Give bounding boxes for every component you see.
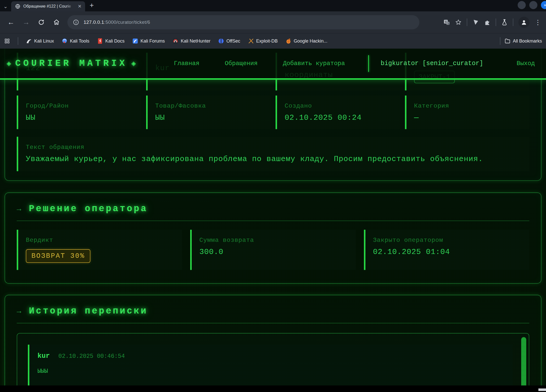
category-card: Категория — — [405, 95, 529, 129]
folder-icon — [504, 38, 511, 44]
reload-button[interactable] — [35, 16, 48, 29]
tab-title: Обращение #122 | Courie — [23, 4, 71, 8]
message-text: ЫЫЫ — [37, 368, 504, 375]
back-button[interactable]: ← — [5, 16, 17, 29]
decision-cards: Вердикт ВОЗВРАТ 30% Сумма возврата 300.0… — [17, 230, 529, 270]
history-header: → История переписки — [17, 306, 529, 316]
kali-forums-icon — [132, 38, 138, 44]
bookmark-kali-docs[interactable]: Kali Docs — [97, 38, 125, 44]
ticket-text-block: Текст обращения Уважаемый курьер, у нас … — [17, 137, 529, 171]
nav-link-add-curator[interactable]: Добавить куратора — [283, 60, 345, 67]
closed-card: Закрыто оператором 02.10.2025 01:04 — [364, 230, 529, 270]
bookmark-label: Exploit-DB — [256, 38, 278, 44]
card-label: Категория — [414, 103, 522, 109]
bookmark-exploit-db[interactable]: Exploit-DB — [248, 38, 278, 44]
translate-icon[interactable]: G文 — [443, 19, 450, 26]
decision-header: → Решение оператора — [17, 204, 529, 214]
home-button[interactable] — [50, 16, 63, 29]
window-minimize-button[interactable] — [518, 1, 526, 9]
nav-links: Главная Обращения Добавить куратора — [174, 60, 345, 67]
url-text: 127.0.0.1:5000/curator/ticket/6 — [84, 19, 150, 25]
card-label: Создано — [285, 103, 392, 109]
card-label: Вердикт — [26, 237, 174, 244]
ticket-text-value: Уважаемый курьер, у нас зафиксирована пр… — [26, 155, 522, 163]
decision-panel: → Решение оператора Вердикт ВОЗВРАТ 30% … — [5, 192, 541, 284]
window-maximize-button[interactable] — [529, 1, 537, 9]
browser-tab[interactable]: Обращение #122 | Courie ✕ — [11, 1, 85, 11]
bookmark-offsec[interactable]: OffSec — [218, 38, 240, 44]
site-info-icon[interactable] — [71, 17, 81, 27]
bookmark-label: Kali Docs — [105, 38, 125, 44]
card-value: 02.10.2025 00:24 — [285, 113, 392, 122]
product-card: Товар/Фасовка ЫЫ — [146, 95, 270, 129]
site-navbar: ◈ COURIER MATRIX ◈ Главная Обращения Доб… — [0, 49, 546, 80]
card-value: ЫЫ — [26, 113, 133, 122]
all-bookmarks-label: All Bookmarks — [513, 38, 542, 44]
site-brand[interactable]: ◈ COURIER MATRIX ◈ — [7, 58, 136, 69]
kali-nethunter-icon — [172, 38, 179, 44]
bookmark-kali-linux[interactable]: Kali Linux — [26, 38, 54, 44]
nav-link-home[interactable]: Главная — [174, 60, 200, 67]
bookmarks-divider — [500, 37, 500, 45]
url-path: :5000/curator/ticket/6 — [104, 19, 150, 25]
page-content: 122 kur Тема координаты Статус ЗАКРЫТ-1 — [0, 49, 546, 385]
card-value: 02.10.2025 01:04 — [373, 248, 522, 256]
arrow-icon: → — [17, 205, 21, 213]
diamond-icon: ◈ — [131, 59, 136, 68]
notification-bubble-icon[interactable]: » — [541, 1, 546, 9]
diamond-icon: ◈ — [7, 59, 11, 68]
all-bookmarks-button[interactable]: All Bookmarks — [504, 38, 542, 44]
card-label: Сумма возврата — [199, 237, 348, 244]
address-bar[interactable]: 127.0.0.1:5000/curator/ticket/6 — [67, 15, 419, 29]
bookmark-star-icon[interactable] — [455, 19, 462, 26]
bookmark-label: Kali Forums — [141, 38, 165, 44]
nav-user-label: bigkurator [senior_curator] — [381, 60, 483, 67]
corner-resize-chip — [538, 388, 546, 391]
kali-tools-icon — [62, 38, 68, 44]
bookmark-kali-forums[interactable]: Kali Forums — [132, 38, 165, 44]
offsec-icon — [218, 38, 224, 44]
forward-button[interactable]: → — [20, 16, 32, 29]
nav-link-tickets[interactable]: Обращения — [225, 60, 258, 67]
message-timestamp: 02.10.2025 00:46:54 — [58, 353, 125, 360]
profile-avatar[interactable] — [518, 17, 530, 28]
decision-title: Решение оператора — [29, 204, 148, 214]
bookmarks-bar: Kali Linux Kali Tools Kali Docs Kali For… — [0, 33, 546, 49]
bookmark-google-hacking[interactable]: Google Hackin... — [285, 38, 327, 44]
privacy-badger-icon[interactable] — [472, 19, 479, 26]
refund-card: Сумма возврата 300.0 — [190, 230, 356, 270]
bookmark-label: Google Hackin... — [294, 38, 327, 44]
verdict-badge: ВОЗВРАТ 30% — [26, 249, 90, 263]
browser-window: ⌄ Обращение #122 | Courie ✕ + » ← → — [0, 0, 546, 392]
kali-linux-icon — [26, 38, 32, 44]
flask-icon[interactable] — [501, 19, 508, 26]
nav-link-logout[interactable]: Выход — [517, 60, 535, 67]
ticket-info-row: Город/Район ЫЫ Товар/Фасовка ЫЫ Создано … — [17, 95, 529, 129]
bottom-black-strip — [0, 385, 546, 392]
verdict-card: Вердикт ВОЗВРАТ 30% — [17, 230, 182, 270]
arrow-icon: → — [17, 307, 21, 316]
window-controls: » — [518, 1, 544, 9]
tab-strip: ⌄ Обращение #122 | Courie ✕ + » — [0, 0, 546, 11]
new-tab-button[interactable]: + — [90, 1, 94, 9]
url-host: 127.0.0.1 — [84, 19, 104, 25]
toolbar-divider — [513, 18, 513, 26]
tab-search-button[interactable]: ⌄ — [0, 1, 11, 11]
card-label: Закрыто оператором — [373, 237, 522, 244]
toolbar-divider — [467, 18, 467, 26]
browser-menu-icon[interactable]: ⋮ — [535, 18, 541, 26]
apps-grid-icon[interactable] — [4, 38, 10, 44]
history-title: История переписки — [29, 306, 148, 316]
tab-close-icon[interactable]: ✕ — [77, 4, 83, 9]
section-divider — [17, 323, 529, 323]
extension-puzzle-icon[interactable] — [484, 19, 491, 26]
bookmark-kali-tools[interactable]: Kali Tools — [62, 38, 89, 44]
created-card: Создано 02.10.2025 00:24 — [276, 95, 400, 129]
section-divider — [17, 221, 529, 221]
city-card: Город/Район ЫЫ — [17, 95, 141, 129]
page-main: 122 kur Тема координаты Статус ЗАКРЫТ-1 — [0, 49, 546, 385]
bookmark-kali-nethunter[interactable]: Kali NetHunter — [172, 38, 210, 44]
bookmark-label: Kali NetHunter — [181, 38, 210, 44]
chat-scrollbar-thumb[interactable] — [521, 337, 526, 385]
kali-docs-icon — [97, 38, 103, 44]
